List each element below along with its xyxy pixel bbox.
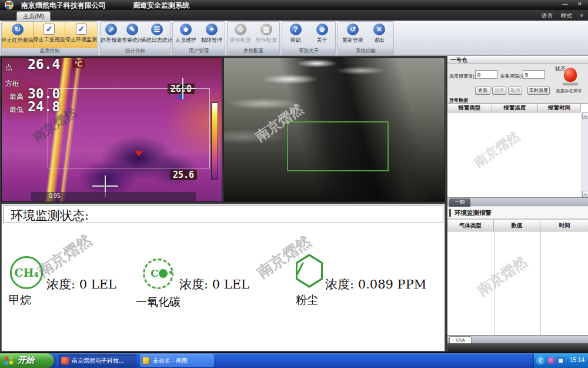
taskbar-item-monitor-app[interactable]: 南京熠然电子科技... xyxy=(59,354,136,367)
scroll-down-icon[interactable]: ▼ xyxy=(582,191,588,197)
stop-industrial-vision-button[interactable]: ✓ 停止工业视觉 xyxy=(34,22,65,48)
watermark: 南京熠然 xyxy=(34,230,95,281)
group-label: 帮助关于 xyxy=(282,47,335,54)
csa-tab-bar: CSA xyxy=(447,335,588,343)
exit-button[interactable]: ✕ 退出 xyxy=(368,22,391,48)
enable-button[interactable]: 启用 xyxy=(492,87,506,95)
system-log-stats-button[interactable]: ☰ 系统日志统计 xyxy=(143,22,171,48)
app-logo-icon xyxy=(5,1,14,9)
column-header-gas-type[interactable]: 气体类型 xyxy=(447,220,494,231)
trend-icon: ⇗ xyxy=(105,24,117,35)
industrial-camera-feed[interactable]: 南京熠然 xyxy=(223,57,445,202)
env-alarm-section: 环境监测报警 xyxy=(447,207,588,219)
ribbon-group-param-config: ⚙ 硬件配置 ▤ 软件配置 参数配置 xyxy=(227,21,280,55)
column-header-alarm-temp[interactable]: 报警温度 xyxy=(492,104,538,112)
conc-value: 0 LEL xyxy=(79,277,116,291)
button-label: 趋势预测 xyxy=(101,37,122,44)
alarm-lamp-bulb xyxy=(564,68,577,82)
scale-min-value: 25.6 xyxy=(170,170,197,180)
column-header-gas-time[interactable]: 时间 xyxy=(540,220,588,231)
emissivity-value: 0.95 xyxy=(49,193,60,199)
ribbon-group-user-mgmt: ☻ 人员维护 ✦ 权限管理 用户管理 xyxy=(172,21,225,55)
tab-home[interactable]: 主页(M) xyxy=(16,11,51,21)
ribbon-tab-row: 主页(M) 语言 样式 ˅ xyxy=(0,10,588,21)
permission-mgmt-button[interactable]: ✦ 权限管理 xyxy=(199,22,225,48)
start-button[interactable]: 开始 xyxy=(0,353,54,368)
gas-table-body: 南京熠然 xyxy=(447,231,588,335)
gas-name-methane: 甲烷 xyxy=(9,293,31,308)
min-label: 最低 xyxy=(9,105,24,115)
button-label: 关于 xyxy=(317,37,328,44)
titlebar-company: 南京熠然电子科技有限公司 xyxy=(21,1,106,11)
ribbon-group-monitor-control: ↻ 停止红外测温 ✓ 停止工业视觉 ✓ 停止环境监测 监测控制 xyxy=(1,21,98,55)
system-tray: ❮ 15:14 xyxy=(534,353,588,368)
realtime-temp-button[interactable]: 实时温度 xyxy=(527,87,550,95)
stop-infrared-button[interactable]: ↻ 停止红外测温 xyxy=(2,22,34,48)
stop-env-monitor-button[interactable]: ✓ 停止环境监测 xyxy=(65,22,97,48)
alarm-table-scrollbar[interactable]: ▲ ▼ xyxy=(582,112,588,197)
checkbox-check-icon: ✓ xyxy=(76,24,87,35)
conc-label: 浓度: xyxy=(325,277,354,291)
interval-input[interactable] xyxy=(523,70,545,79)
minimize-button[interactable]: — xyxy=(562,1,568,7)
column-header-alarm-time[interactable]: 报警时间 xyxy=(538,104,581,112)
tray-network-icon[interactable] xyxy=(557,357,564,364)
help-button[interactable]: ? 帮助 xyxy=(282,22,309,48)
button-label: 停止工业视觉 xyxy=(34,36,65,44)
temperature-unit: °C xyxy=(72,60,85,68)
tray-chevron-icon[interactable]: ❮ xyxy=(536,357,544,365)
dust-concentration: 浓度: 0.089 PPM xyxy=(325,276,426,293)
about-button[interactable]: ⊕ 关于 xyxy=(309,22,335,48)
button-label: 系统日志统计 xyxy=(141,37,173,44)
task-label: 未命名 - 画图 xyxy=(153,357,188,364)
conc-value: 0.089 PPM xyxy=(358,277,427,291)
tab-phase-one[interactable]: 一期 xyxy=(449,198,470,207)
scroll-up-icon[interactable]: ▲ xyxy=(582,112,588,119)
column-header-gas-value[interactable]: 数值 xyxy=(494,220,540,231)
titlebar: 南京熠然电子科技有限公司 廊道安全监测系统 — ✕ xyxy=(0,0,588,10)
alarm-stats-button[interactable]: ✎ 告警统计 xyxy=(122,22,143,48)
menu-style[interactable]: 样式 xyxy=(560,12,572,19)
monitor-icon: ▤ xyxy=(260,24,272,35)
software-config-button[interactable]: ▤ 软件配置 xyxy=(253,22,279,48)
close-button[interactable]: ✕ xyxy=(577,1,582,7)
tray-clock: 15:14 xyxy=(570,357,584,363)
point-label: 点 xyxy=(5,62,12,72)
hardware-config-button[interactable]: ⚙ 硬件配置 xyxy=(228,22,253,48)
temp-alarm-input[interactable] xyxy=(475,70,497,79)
taskbar-item-paint[interactable]: 未命名 - 画图 xyxy=(140,354,214,367)
co-icon-dot-small xyxy=(169,271,172,274)
button-label: 告警统计 xyxy=(122,37,143,44)
gas-table-header: 气体类型 数值 时间 xyxy=(447,220,588,231)
gas-name-co: 一氧化碳 xyxy=(136,294,181,310)
group-label: 参数配置 xyxy=(228,47,279,54)
sync-icon: ↻ xyxy=(12,24,24,35)
windows-flag-icon xyxy=(5,356,14,366)
menu-language[interactable]: 语言 xyxy=(542,12,553,19)
column-separator xyxy=(540,231,541,335)
window-menus: 语言 样式 ˅ xyxy=(536,12,583,20)
checkbox-check-icon: ✓ xyxy=(44,24,55,35)
button-label: 软件配置 xyxy=(256,37,277,44)
point-temperature-value: 26.4 xyxy=(28,57,60,72)
methane-concentration: 浓度: 0 LEL xyxy=(46,276,116,293)
alarm-table-header: 报警类型 报警温度 报警时间 xyxy=(447,104,588,112)
tray-app-icon[interactable] xyxy=(548,357,554,364)
conc-label: 浓度: xyxy=(179,277,208,291)
thermal-status-bar: 0.95 xyxy=(31,192,196,201)
env-status-panel: 环境监测状态: CH₄ 甲烷 浓度: 0 LEL C 一氧化碳 浓度: 0 LE… xyxy=(1,204,445,352)
max-label: 最高 xyxy=(9,92,24,102)
watermark: 南京熠然 xyxy=(474,252,531,300)
cancel-button[interactable]: 取消 xyxy=(508,87,522,95)
personnel-maintenance-button[interactable]: ☻ 人员维护 xyxy=(173,22,199,48)
column-header-alarm-type[interactable]: 报警类型 xyxy=(447,104,492,112)
x-icon: ✕ xyxy=(373,24,385,35)
phase-tab-bar: 一期 xyxy=(447,197,588,206)
update-button[interactable]: 更新 xyxy=(475,87,490,95)
style-caret-icon[interactable]: ˅ xyxy=(580,12,583,19)
trend-forecast-button[interactable]: ⇗ 趋势预测 xyxy=(101,22,122,48)
ribbon-group-system-func: ↺ 重新登录 ✕ 退出 系统功能 xyxy=(338,21,394,55)
relogin-icon: ↺ xyxy=(347,24,359,35)
thermal-camera-feed[interactable]: 点 26.4 °C 方框 最高 30.0 最低 24.8 28.0 25.6 0… xyxy=(1,57,222,202)
relogin-button[interactable]: ↺ 重新登录 xyxy=(338,22,368,48)
